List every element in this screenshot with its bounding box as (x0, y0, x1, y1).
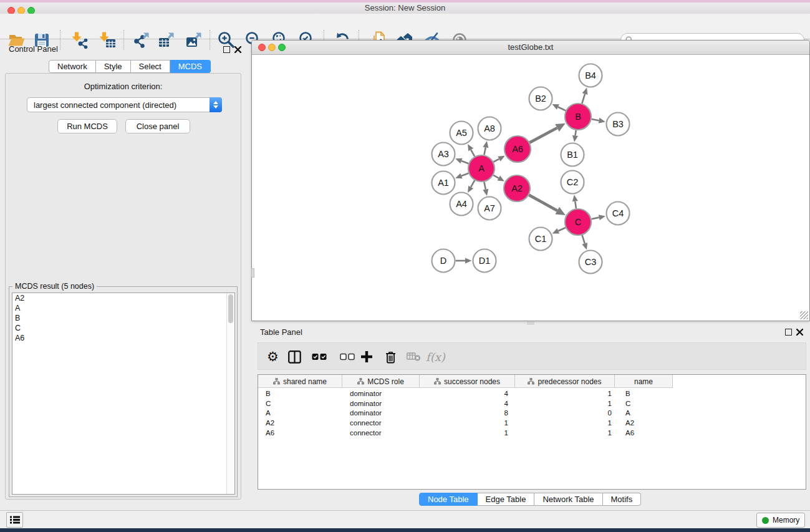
tab-style[interactable]: Style (96, 60, 131, 73)
mcds-result-title: MCDS result (5 nodes) (12, 282, 97, 291)
result-scrollbar[interactable] (226, 293, 234, 494)
graph-node-label: A4 (456, 199, 467, 209)
graph-node-label: A3 (438, 149, 449, 159)
graph-edge-arrowhead (582, 88, 588, 95)
tab-network-table[interactable]: Network Table (534, 493, 602, 506)
graph-edge-A-A7[interactable] (484, 182, 485, 190)
graph-node-label: C4 (612, 208, 624, 218)
graph-edge-A6-B[interactable] (529, 128, 557, 143)
graph-node-label: D (440, 256, 446, 266)
export-network-icon[interactable] (132, 31, 151, 49)
table-row[interactable]: Cdominator41C (258, 399, 806, 409)
run-mcds-button[interactable]: Run MCDS (57, 119, 117, 133)
graph-edge-A-A1[interactable] (461, 173, 468, 176)
add-column-icon[interactable] (360, 343, 373, 370)
tab-select[interactable]: Select (131, 60, 170, 73)
horizontal-splitter-grip[interactable] (527, 322, 534, 324)
toolbar-separator (123, 30, 124, 50)
list-item[interactable]: C (12, 323, 234, 333)
graph-edge-arrowhead (483, 189, 488, 196)
graph-node-label: A5 (456, 128, 467, 138)
column-header-mcds-role[interactable]: MCDS role (342, 375, 420, 388)
desktop-wallpaper-strip (0, 528, 810, 532)
deselect-all-checkboxes-icon[interactable] (340, 343, 355, 370)
select-all-checkboxes-icon[interactable] (312, 343, 327, 370)
close-panel-button[interactable]: Close panel (125, 119, 190, 133)
optimization-criterion-label: Optimization criterion: (5, 82, 241, 91)
main-toolbar (0, 14, 810, 39)
graph-edge-C-C4[interactable] (591, 218, 599, 220)
column-header-shared-name[interactable]: shared name (258, 375, 342, 388)
export-table-icon[interactable] (157, 31, 176, 49)
graph-edge-A-A6[interactable] (493, 159, 499, 162)
graph-node-label: B (575, 112, 581, 122)
splitter-grip[interactable] (251, 268, 254, 278)
table-row[interactable]: A2connector11A2 (258, 418, 806, 428)
graph-edge-C-C1[interactable] (558, 228, 566, 231)
import-table-icon[interactable] (97, 31, 116, 49)
graph-edge-B-B1[interactable] (576, 130, 576, 136)
graph-edge-arrowhead (599, 215, 605, 220)
column-header-name[interactable]: name (615, 375, 673, 388)
graph-edge-arrowhead (455, 173, 462, 179)
graph-edge-B-B2[interactable] (558, 107, 566, 110)
import-network-icon[interactable] (70, 31, 89, 49)
memory-button[interactable]: Memory (756, 513, 805, 528)
graph-edge-A2-C[interactable] (529, 195, 557, 211)
graph-edge-C-C3[interactable] (582, 235, 585, 243)
control-panel-close-icon[interactable] (234, 46, 241, 53)
graph-edge-C-C2[interactable] (575, 201, 576, 209)
graph-edge-A-A8[interactable] (484, 147, 485, 155)
dropdown-stepper-icon (210, 97, 222, 112)
graph-edge-A-A2[interactable] (493, 175, 499, 178)
table-panel-close-icon[interactable] (796, 329, 803, 336)
criterion-dropdown[interactable]: largest connected component (directed) (27, 97, 222, 112)
tab-motifs[interactable]: Motifs (603, 493, 642, 506)
graph-node-label: C1 (535, 234, 547, 244)
table-row[interactable]: Bdominator41B (258, 389, 806, 399)
network-close-button[interactable] (258, 44, 266, 51)
function-builder-icon[interactable]: f(x) (426, 343, 445, 370)
network-window-title: testGlobe.txt (252, 41, 809, 54)
graph-edge-arrowhead (582, 243, 587, 249)
graph-edge-A-A5[interactable] (471, 150, 475, 157)
graph-node-label: C3 (585, 257, 597, 267)
list-item[interactable]: B (12, 313, 234, 323)
show-panels-button[interactable] (6, 512, 23, 528)
column-header-successor-nodes[interactable]: successor nodes (420, 375, 515, 388)
table-header-row: shared name MCDS role successor nodes pr… (258, 375, 673, 388)
table-panel-tabs: Node Table Edge Table Network Table Moti… (419, 493, 641, 506)
table-options-icon[interactable]: ⚙ (267, 343, 279, 370)
graph-node-label: A7 (484, 203, 495, 213)
delete-table-icon[interactable] (407, 343, 421, 370)
tab-mcds[interactable]: MCDS (170, 60, 211, 73)
list-item[interactable]: A (12, 303, 234, 313)
network-maximize-button[interactable] (278, 44, 286, 51)
tab-edge-table[interactable]: Edge Table (478, 493, 535, 506)
tab-node-table[interactable]: Node Table (419, 493, 478, 506)
list-item[interactable]: A2 (12, 293, 234, 303)
column-header-predecessor-nodes[interactable]: predecessor nodes (515, 375, 615, 388)
export-image-icon[interactable] (185, 31, 203, 49)
network-view-window: testGlobe.txt B4B2BB3A5A8A6B1A3AC2A1A2A4… (251, 40, 810, 321)
graph-node-label: D1 (479, 256, 491, 266)
network-canvas[interactable]: B4B2BB3A5A8A6B1A3AC2A1A2A4A7C4CC1C3DD1 (252, 55, 809, 321)
network-minimize-button[interactable] (268, 44, 276, 51)
window-title: Session: New Session (0, 2, 810, 14)
graph-edge-arrowhead (455, 158, 462, 164)
tab-network[interactable]: Network (49, 60, 96, 73)
window-resize-grip[interactable] (800, 311, 808, 319)
graph-node-label: C2 (567, 177, 579, 187)
table-row[interactable]: Adominator80A (258, 409, 806, 418)
column-panel-icon[interactable] (288, 343, 301, 370)
graph-edge-B-B3[interactable] (592, 119, 599, 120)
status-bar (0, 510, 810, 528)
table-row[interactable]: A6connector11A6 (258, 428, 806, 438)
list-item[interactable]: A6 (12, 333, 234, 343)
graph-edge-A-A3[interactable] (461, 161, 468, 163)
graph-edge-B-B4[interactable] (582, 94, 585, 104)
graph-edge-A-A4[interactable] (471, 180, 475, 187)
control-panel-float-icon[interactable] (223, 46, 230, 53)
table-panel-float-icon[interactable] (785, 329, 792, 336)
delete-column-icon[interactable] (385, 343, 397, 370)
